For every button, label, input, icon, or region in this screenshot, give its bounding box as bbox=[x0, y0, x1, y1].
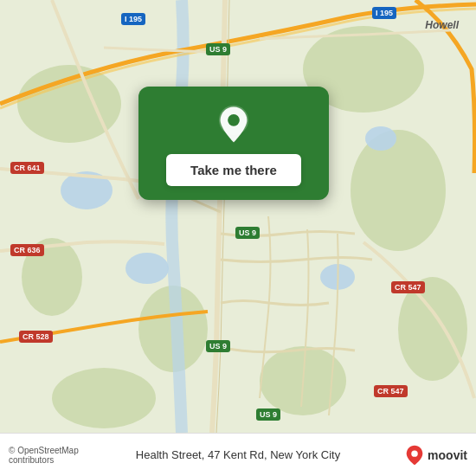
highway-us9-top: US 9 bbox=[206, 43, 230, 55]
highway-us9-mid: US 9 bbox=[235, 227, 260, 239]
highway-cr547-right: CR 547 bbox=[391, 281, 425, 293]
bottom-bar: © OpenStreetMap contributors Health Stre… bbox=[0, 433, 476, 476]
highway-cr636: CR 636 bbox=[10, 244, 44, 256]
moovit-pin-icon bbox=[405, 444, 424, 466]
svg-point-12 bbox=[365, 126, 396, 151]
highway-cr528: CR 528 bbox=[19, 331, 53, 343]
osm-credit: © OpenStreetMap contributors bbox=[9, 446, 100, 465]
map-container: I 195 I 195 US 9 CR 641 CR 636 US 9 CR 5… bbox=[0, 0, 476, 433]
highway-i195-right: I 195 bbox=[372, 7, 396, 19]
roads-layer bbox=[0, 0, 476, 433]
svg-point-5 bbox=[52, 368, 156, 428]
svg-point-2 bbox=[351, 130, 446, 251]
location-pin-icon bbox=[213, 104, 254, 145]
svg-point-15 bbox=[411, 450, 417, 456]
highway-cr641: CR 641 bbox=[10, 162, 44, 174]
highway-i195-left: I 195 bbox=[121, 13, 145, 25]
take-me-there-button[interactable]: Take me there bbox=[166, 154, 301, 186]
location-text: Health Street, 47 Kent Rd, New York City bbox=[100, 448, 376, 461]
popup-card: Take me there bbox=[138, 87, 329, 200]
svg-point-14 bbox=[228, 114, 240, 126]
moovit-brand-text: moovit bbox=[428, 448, 467, 462]
svg-point-9 bbox=[125, 253, 169, 284]
highway-us9-bottom: US 9 bbox=[256, 408, 280, 421]
moovit-logo: moovit bbox=[376, 444, 467, 466]
highway-cr547-bottom: CR 547 bbox=[374, 385, 408, 397]
highway-us9-lower: US 9 bbox=[206, 340, 230, 352]
